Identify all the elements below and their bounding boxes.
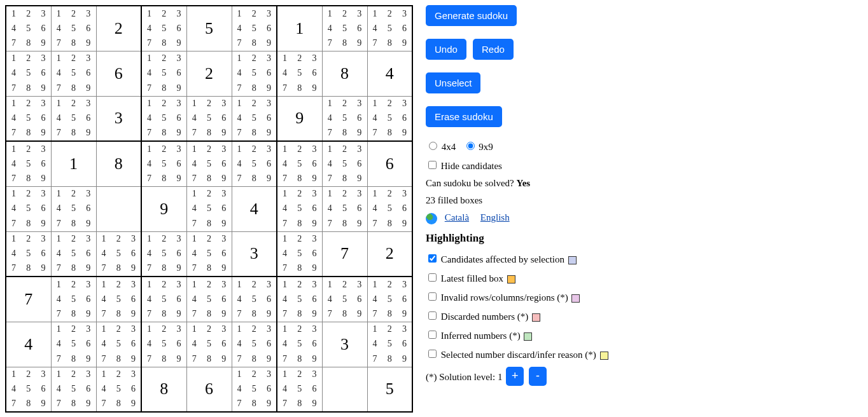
candidate-6[interactable]: 6 [171,292,186,306]
cell-5-8[interactable]: 2 [367,231,412,277]
candidate-1[interactable]: 1 [142,277,157,292]
candidate-3[interactable]: 3 [262,277,276,292]
candidate-9[interactable]: 9 [126,397,141,411]
candidate-1[interactable]: 1 [142,97,157,111]
candidate-6[interactable]: 6 [171,247,186,261]
candidate-7[interactable]: 7 [232,397,247,411]
candidate-1[interactable]: 1 [142,322,157,337]
candidate-3[interactable]: 3 [36,367,50,382]
candidate-2[interactable]: 2 [21,6,36,21]
candidate-9[interactable]: 9 [81,216,95,231]
cell-7-8[interactable]: 123456789 [367,322,412,367]
candidate-1[interactable]: 1 [187,187,202,202]
cell-7-0[interactable]: 4 [6,322,51,367]
candidate-6[interactable]: 6 [36,247,50,261]
size-4x4-radio[interactable] [429,142,437,150]
candidate-2[interactable]: 2 [292,277,307,292]
candidate-3[interactable]: 3 [126,367,141,382]
candidate-9[interactable]: 9 [36,216,50,231]
candidate-1[interactable]: 1 [52,187,66,202]
cell-2-0[interactable]: 123456789 [6,96,51,141]
candidate-3[interactable]: 3 [216,97,231,111]
candidate-1[interactable]: 1 [52,6,66,21]
candidate-1[interactable]: 1 [232,142,247,156]
candidate-1[interactable]: 1 [142,51,157,66]
candidate-5[interactable]: 5 [157,292,171,306]
candidate-2[interactable]: 2 [382,322,397,337]
candidate-8[interactable]: 8 [337,126,352,140]
candidate-1[interactable]: 1 [6,6,21,21]
candidate-4[interactable]: 4 [187,247,202,261]
candidate-3[interactable]: 3 [397,322,412,337]
candidate-2[interactable]: 2 [66,51,81,66]
candidate-4[interactable]: 4 [52,66,66,81]
candidate-3[interactable]: 3 [352,142,367,156]
candidate-6[interactable]: 6 [397,111,412,126]
lang-catala[interactable]: Català [445,212,469,222]
candidate-5[interactable]: 5 [292,66,307,81]
candidate-7[interactable]: 7 [142,126,157,140]
cell-6-0[interactable]: 7 [6,277,51,322]
candidate-1[interactable]: 1 [323,277,337,292]
candidate-9[interactable]: 9 [216,261,231,276]
cell-0-6[interactable]: 1 [277,6,322,51]
candidate-2[interactable]: 2 [202,277,216,292]
candidate-8[interactable]: 8 [21,126,36,140]
candidate-1[interactable]: 1 [277,187,292,202]
highlight-checkbox-2[interactable] [428,292,437,301]
candidate-9[interactable]: 9 [171,81,186,95]
candidate-3[interactable]: 3 [352,97,367,111]
candidate-2[interactable]: 2 [111,322,126,337]
candidate-3[interactable]: 3 [81,51,95,66]
candidate-9[interactable]: 9 [262,81,276,95]
candidate-4[interactable]: 4 [97,247,111,261]
candidate-1[interactable]: 1 [368,277,382,292]
candidate-1[interactable]: 1 [368,187,382,202]
candidate-9[interactable]: 9 [262,36,276,50]
cell-0-2[interactable]: 2 [96,6,141,51]
candidate-8[interactable]: 8 [247,171,262,186]
candidate-7[interactable]: 7 [232,171,247,186]
candidate-7[interactable]: 7 [368,216,382,231]
candidate-8[interactable]: 8 [157,36,171,50]
candidate-9[interactable]: 9 [36,171,50,186]
candidate-4[interactable]: 4 [142,292,157,306]
cell-5-6[interactable]: 123456789 [277,231,322,277]
candidate-3[interactable]: 3 [307,277,321,292]
candidate-4[interactable]: 4 [97,337,111,352]
candidate-2[interactable]: 2 [66,97,81,111]
cell-3-6[interactable]: 123456789 [277,141,322,186]
candidate-9[interactable]: 9 [81,261,95,276]
candidate-5[interactable]: 5 [202,156,216,171]
candidate-5[interactable]: 5 [337,292,352,306]
candidate-3[interactable]: 3 [36,51,50,66]
candidate-3[interactable]: 3 [352,187,367,202]
candidate-8[interactable]: 8 [157,306,171,321]
candidate-6[interactable]: 6 [126,382,141,397]
candidate-6[interactable]: 6 [81,292,95,306]
cell-2-4[interactable]: 123456789 [186,96,232,141]
candidate-3[interactable]: 3 [262,97,276,111]
candidate-5[interactable]: 5 [202,202,216,216]
candidate-1[interactable]: 1 [232,367,247,382]
candidate-7[interactable]: 7 [277,306,292,321]
candidate-8[interactable]: 8 [21,261,36,276]
cell-3-7[interactable]: 123456789 [322,141,367,186]
candidate-1[interactable]: 1 [187,142,202,156]
cell-0-8[interactable]: 123456789 [367,6,412,51]
candidate-9[interactable]: 9 [171,352,186,366]
candidate-8[interactable]: 8 [66,126,81,140]
candidate-2[interactable]: 2 [247,367,262,382]
candidate-6[interactable]: 6 [126,337,141,352]
candidate-7[interactable]: 7 [6,81,21,95]
candidate-2[interactable]: 2 [66,187,81,202]
candidate-5[interactable]: 5 [292,382,307,397]
candidate-1[interactable]: 1 [142,232,157,247]
candidate-7[interactable]: 7 [6,36,21,50]
candidate-4[interactable]: 4 [97,292,111,306]
candidate-3[interactable]: 3 [397,277,412,292]
candidate-2[interactable]: 2 [66,367,81,382]
cell-1-1[interactable]: 123456789 [51,51,96,96]
solution-level-plus[interactable]: + [506,367,524,386]
candidate-8[interactable]: 8 [66,352,81,366]
